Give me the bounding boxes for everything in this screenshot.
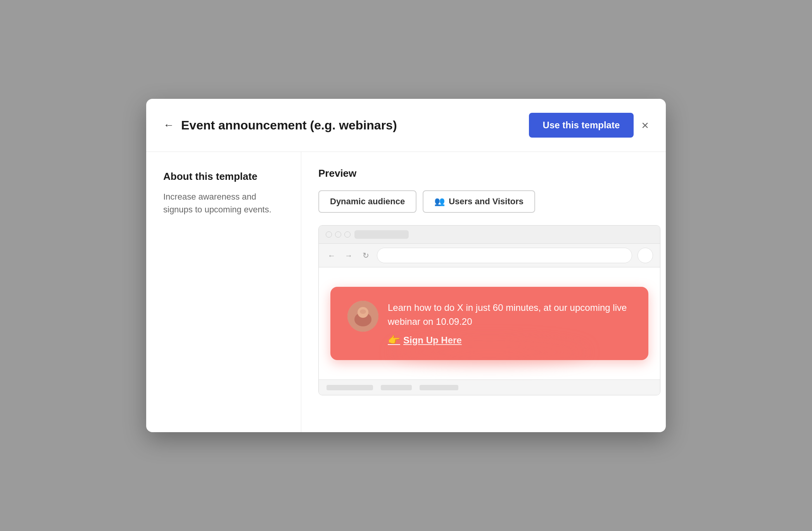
- users-icon: 👥: [434, 197, 445, 207]
- tabs-row: Dynamic audience 👥 Users and Visitors: [318, 190, 660, 213]
- banner-message: Learn how to do X in just 60 minutes, at…: [388, 301, 631, 329]
- header-actions: Use this template ×: [529, 113, 649, 138]
- browser-topbar: [319, 226, 660, 244]
- nav-refresh-button[interactable]: ↻: [360, 250, 371, 261]
- modal-body: About this template Increase awareness a…: [146, 152, 666, 432]
- modal: ← Event announcement (e.g. webinars) Use…: [146, 99, 666, 432]
- tab-dynamic-audience-label: Dynamic audience: [330, 197, 405, 207]
- overlay: ← Event announcement (e.g. webinars) Use…: [0, 0, 812, 531]
- tab-users-visitors[interactable]: 👥 Users and Visitors: [423, 190, 535, 213]
- modal-title: Event announcement (e.g. webinars): [181, 118, 397, 133]
- pointing-hand-icon: 👉: [388, 334, 400, 346]
- nav-forward-button[interactable]: →: [343, 250, 354, 261]
- modal-header: ← Event announcement (e.g. webinars) Use…: [146, 99, 666, 152]
- browser-frame: ← → ↻: [318, 225, 660, 395]
- glow-effect: [392, 341, 586, 364]
- sidebar-heading: About this template: [163, 171, 284, 183]
- browser-dot-red: [326, 231, 332, 238]
- tab-dynamic-audience[interactable]: Dynamic audience: [318, 190, 416, 213]
- close-button[interactable]: ×: [641, 119, 649, 131]
- avatar-inner: [347, 301, 378, 332]
- preview-section: Preview Dynamic audience 👥 Users and Vis…: [301, 152, 666, 432]
- browser-content: Learn how to do X in just 60 minutes, at…: [319, 267, 660, 379]
- banner-text: Learn how to do X in just 60 minutes, at…: [388, 301, 631, 346]
- browser-tab-area: [354, 230, 653, 239]
- preview-heading: Preview: [318, 167, 660, 179]
- bottom-pill-1: [327, 385, 373, 390]
- browser-tab-pill: [354, 230, 409, 239]
- avatar: [347, 301, 378, 332]
- nav-back-button[interactable]: ←: [326, 250, 337, 261]
- avatar-svg: [347, 301, 378, 332]
- browser-dots: [326, 231, 351, 238]
- browser-bottom-bar: [319, 379, 660, 395]
- bottom-pill-2: [381, 385, 412, 390]
- tab-users-visitors-label: Users and Visitors: [449, 197, 523, 207]
- use-template-button[interactable]: Use this template: [529, 113, 634, 138]
- address-bar[interactable]: [377, 248, 632, 263]
- sidebar-description: Increase awareness and signups to upcomi…: [163, 190, 284, 216]
- bottom-pill-3: [420, 385, 458, 390]
- svg-point-3: [360, 309, 366, 314]
- browser-dot-green: [344, 231, 351, 238]
- sidebar: About this template Increase awareness a…: [146, 152, 301, 432]
- back-button[interactable]: ←: [163, 120, 174, 131]
- title-group: ← Event announcement (e.g. webinars): [163, 118, 397, 133]
- banner-notification: Learn how to do X in just 60 minutes, at…: [330, 287, 648, 360]
- browser-navbar: ← → ↻: [319, 244, 660, 267]
- nav-settings-button: [638, 248, 653, 263]
- browser-dot-yellow: [335, 231, 341, 238]
